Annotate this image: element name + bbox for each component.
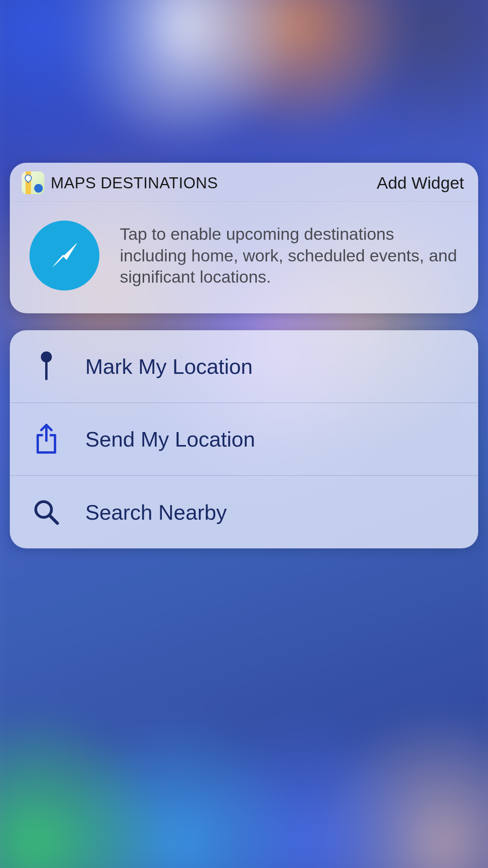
quick-actions-menu: Mark My Location Send My Location Search… [10,330,478,548]
pin-icon [33,351,60,382]
widget-header-left: MAPS DESTINATIONS [22,171,218,194]
action-label: Mark My Location [85,354,253,379]
widget-description: Tap to enable upcoming destinations incl… [120,223,462,288]
location-arrow-icon [29,221,99,291]
action-label: Search Nearby [85,500,227,524]
share-icon [33,423,60,455]
widget-body[interactable]: Tap to enable upcoming destinations incl… [10,202,478,313]
svg-marker-1 [52,243,77,268]
search-nearby-action[interactable]: Search Nearby [10,476,478,548]
svg-line-5 [50,515,57,523]
add-widget-button[interactable]: Add Widget [377,173,464,193]
maps-app-icon [22,171,44,194]
widget-header: MAPS DESTINATIONS Add Widget [10,163,478,202]
mark-my-location-action[interactable]: Mark My Location [10,330,478,403]
maps-destinations-widget[interactable]: MAPS DESTINATIONS Add Widget Tap to enab… [10,163,478,313]
send-my-location-action[interactable]: Send My Location [10,403,478,476]
svg-rect-3 [45,360,48,380]
action-label: Send My Location [85,427,255,451]
quick-action-overlay: MAPS DESTINATIONS Add Widget Tap to enab… [0,0,488,868]
search-icon [33,499,60,526]
widget-title: MAPS DESTINATIONS [51,174,218,192]
